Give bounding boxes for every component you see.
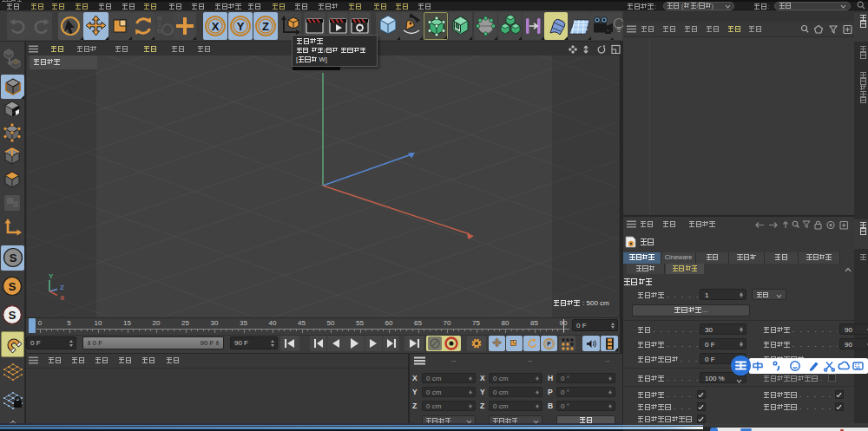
svg-text:Y: Y [237, 20, 245, 33]
svg-text:S: S [9, 280, 16, 293]
svg-text:S: S [9, 309, 16, 322]
svg-text:X: X [212, 20, 220, 33]
svg-text:S: S [10, 251, 17, 264]
svg-text:Z: Z [60, 284, 64, 291]
svg-text:X: X [60, 294, 65, 302]
svg-text:Z: Z [262, 20, 269, 33]
svg-text:P: P [547, 341, 551, 347]
svg-text:Y: Y [49, 272, 54, 280]
